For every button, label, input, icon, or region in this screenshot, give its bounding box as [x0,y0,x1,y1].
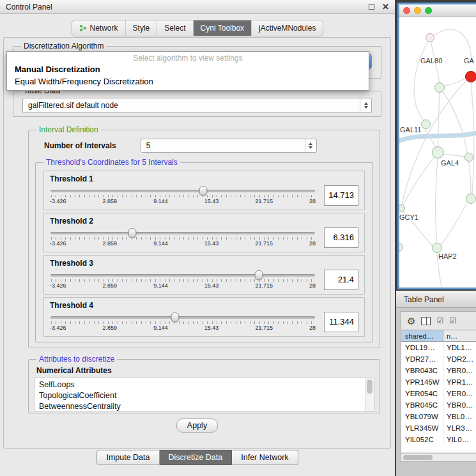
threshold-slider[interactable]: -3.426 2.859 9.144 15.43 21.715 28 [50,312,316,332]
slider-ticks [51,321,314,324]
bottom-tab-bar: Impute Data Discretize Data Infer Networ… [0,450,395,465]
slider-track[interactable] [50,232,315,234]
axis-tick-label: -3.426 [50,325,66,331]
table-row[interactable]: YER054C YER0… [401,388,476,399]
axis-tick-label: 15.43 [204,325,219,331]
table-row[interactable]: YPR145W YPR1… [401,376,476,388]
cell-shared-name: YLR345W [401,422,443,434]
network-node[interactable] [421,119,431,129]
cell-shared-name: YBR045C [401,399,443,411]
network-canvas[interactable]: GAL80 GA GAL11 GAL4 GCY1 HAP2 [399,17,476,288]
window-title: Control Panel [6,3,52,12]
tab-infer-network[interactable]: Infer Network [232,450,298,465]
threshold-value-field[interactable]: 11.344 [324,312,358,332]
slider-thumb[interactable] [128,228,136,238]
tab-label: jActiveMNodules [259,24,316,33]
threshold-panel: Threshold 2 -3.426 2.859 9.144 15.43 [43,213,365,252]
interval-definition-group: Interval Definition Number of Intervals … [28,125,380,348]
slider-thumb[interactable] [254,270,263,280]
tab-jactivemnodules[interactable]: jActiveMNodules [251,20,323,36]
number-of-intervals-label: Number of Intervals [44,141,116,150]
network-node[interactable] [432,146,444,158]
apply-button[interactable]: Apply [176,418,218,433]
slider-track[interactable] [50,316,315,319]
tab-discretize-data[interactable]: Discretize Data [160,450,233,465]
slider-thumb[interactable] [199,186,208,196]
axis-tick-label: 15.43 [204,282,219,289]
network-node[interactable] [434,82,445,93]
threshold-value-field[interactable]: 6.316 [324,227,358,248]
attributes-to-discretize-group: Attributes to discretize Numerical Attri… [28,355,380,413]
slider-track[interactable] [50,274,315,277]
network-node[interactable] [426,33,434,42]
axis-tick-label: 9.144 [153,240,168,247]
float-window-icon[interactable] [369,4,374,10]
dropdown-option-equal-width-frequency[interactable]: Equal Width/Frequency Discretization [7,75,369,88]
close-traffic-light-icon[interactable] [403,7,410,14]
tab-select[interactable]: Select [157,20,192,36]
table-row[interactable]: YLR345W YLR3… [401,422,476,434]
threshold-value-field[interactable]: 14.713 [324,185,358,206]
table-data-select[interactable]: galFiltered.sif default node [22,98,372,113]
select-checkbox-icon[interactable]: ☑ [449,317,456,325]
table-row[interactable]: YBL079W YBL0… [401,411,476,422]
table-row[interactable]: YBR045C YBR0… [401,399,476,411]
close-icon[interactable]: ✕ [382,3,389,11]
down-arrow-icon [309,146,312,149]
threshold-label: Threshold 1 [50,174,358,183]
network-node[interactable] [432,243,442,253]
scrollbar-thumb[interactable] [403,455,433,460]
table-header-row: shared… n… [401,330,476,342]
network-node-selected[interactable] [465,71,476,82]
dropdown-option-manual-discretization[interactable]: Manual Discretization [7,63,369,75]
slider-thumb[interactable] [171,312,179,322]
threshold-slider[interactable]: -3.426 2.859 9.144 15.43 21.715 28 [50,227,316,248]
threshold-slider[interactable]: -3.426 2.859 9.144 15.43 21.715 28 [50,270,316,290]
combo-stepper-icon[interactable] [305,139,316,152]
table-horizontal-scrollbar[interactable] [401,453,476,461]
tab-impute-data[interactable]: Impute Data [96,450,159,465]
threshold-value-field[interactable]: 21.4 [324,270,358,290]
table-row[interactable]: YIL052C YIL0… [401,434,476,445]
network-node[interactable] [466,194,476,204]
up-arrow-icon [309,142,312,145]
zoom-traffic-light-icon[interactable] [425,7,432,14]
top-tab-row: Network Style Select Cyni Toolbox jActiv… [0,20,395,36]
tab-network[interactable]: Network [72,20,125,36]
axis-tick-label: 15.43 [204,240,219,247]
list-vertical-scrollbar[interactable] [365,378,374,411]
tab-cyni-toolbox[interactable]: Cyni Toolbox [193,20,251,36]
thresholds-group: Threshold's Coordinates for 5 Intervals … [35,158,373,342]
table-row[interactable]: YBR043C YBR0… [401,365,476,376]
algorithm-dropdown-popup: Select algorithm to view settings Manual… [6,51,369,91]
network-view-window: GAL80 GA GAL11 GAL4 GCY1 HAP2 [397,3,476,289]
table-row[interactable]: YDR27… YDR2… [401,353,476,365]
slider-track[interactable] [50,190,315,192]
select-checkbox-icon[interactable]: ☑ [436,317,443,325]
cell-name: YER0… [443,388,476,399]
tab-style[interactable]: Style [125,20,157,36]
number-of-intervals-select[interactable]: 5 [141,139,317,153]
tab-label: Style [133,24,150,33]
minimize-traffic-light-icon[interactable] [414,7,421,14]
table-row[interactable]: YDL19… YDL1… [401,342,476,353]
list-item[interactable]: SelfLoops [39,380,361,390]
list-item[interactable]: TopologicalCoefficient [39,390,361,401]
threshold-panel: Threshold 4 -3.426 2.859 9.144 15.43 [43,297,365,337]
control-panel-titlebar: Control Panel ✕ [0,0,395,14]
cell-shared-name: YDR27… [401,353,443,365]
combo-stepper-icon[interactable] [360,98,371,112]
node-label: GAL80 [420,57,442,65]
number-of-intervals-row: Number of Intervals 5 [44,139,369,153]
network-node[interactable] [464,153,473,162]
table-columns-icon[interactable] [421,317,431,325]
threshold-slider[interactable]: -3.426 2.859 9.144 15.43 21.715 28 [50,185,316,206]
list-item[interactable]: BetweennessCentrality [39,401,361,412]
axis-tick-label: -3.426 [50,282,66,289]
column-header-shared-name[interactable]: shared… [401,330,443,341]
scrollbar-thumb[interactable] [367,380,372,394]
gear-icon[interactable]: ⚙ [407,316,415,326]
cell-name: YBR0… [443,399,476,411]
cyni-toolbox-panel: Discretization Algorithm Table Data galF… [3,37,391,449]
column-header-name[interactable]: n… [443,330,476,341]
